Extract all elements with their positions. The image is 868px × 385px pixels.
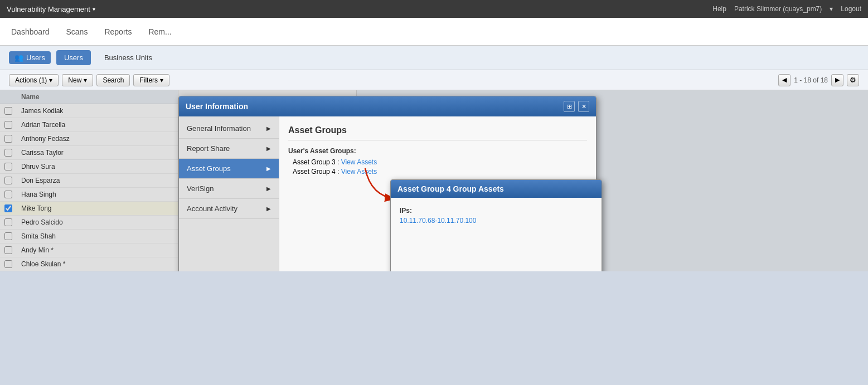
app-dropdown[interactable]: Vulnerability Management ▾ [7,5,95,13]
modal-nav: General Information ▶ Report Share ▶ Ass… [179,116,279,271]
ips-value: 10.11.70.68-10.11.70.100 [400,217,593,225]
asset-group-4-label: Asset Group 4 : [293,168,341,176]
asset-groups-nav-label: Asset Groups [187,164,231,173]
logout-link[interactable]: Logout [841,5,861,13]
chevron-down-icon: ▾ [84,76,87,84]
general-info-label: General Information [187,124,251,133]
user-menu[interactable]: Patrick Slimmer (quays_pm7) [734,5,822,13]
modal-nav-asset-groups[interactable]: Asset Groups ▶ [179,159,279,179]
modal-expand-button[interactable]: ⊞ [564,101,575,112]
new-label: New [68,76,81,84]
new-button[interactable]: New ▾ [62,74,93,86]
nav-reports[interactable]: Reports [104,25,132,38]
users-icon-button[interactable]: 👥 Users [9,51,51,64]
modal-nav-report-share[interactable]: Report Share ▶ [179,139,279,159]
verisign-label: VeriSign [187,184,214,193]
nav-rem[interactable]: Rem... [148,25,171,38]
tab-business-units[interactable]: Business Units [96,50,160,65]
pagination-text: 1 - 18 of 18 [794,76,828,84]
modal-close-button[interactable]: ✕ [578,101,589,112]
main-content: Name James Kodiak Adrian Tarcella Anthon… [0,90,868,271]
asset-group-row-3: Asset Group 3 : View Assets [288,158,587,166]
modal-nav-general-info[interactable]: General Information ▶ [179,119,279,139]
settings-button[interactable]: ⚙ [847,74,859,86]
nav-bar: Dashboard Scans Reports Rem... [0,18,868,46]
top-bar-left: Vulnerability Management ▾ [7,5,95,13]
actions-label: Actions (1) [15,76,47,84]
asset-group-row-4: Asset Group 4 : View Assets [288,168,587,176]
modal-content-title: Asset Groups [288,125,587,140]
tab-users[interactable]: Users [56,50,91,65]
arrow-icon: ▶ [266,186,271,192]
modal-nav-verisign[interactable]: VeriSign ▶ [179,179,279,199]
search-label: Search [103,76,124,84]
sub-modal-title: Asset Group 4 Group Assets [397,184,504,193]
modal-title-icons: ⊞ ✕ [564,101,589,112]
modal-nav-account-activity[interactable]: Account Activity ▶ [179,199,279,219]
chevron-down-icon: ▾ [49,76,52,84]
app-name: Vulnerability Management [7,5,90,13]
chevron-down-icon: ▾ [160,76,163,84]
prev-page-button[interactable]: ◀ [778,74,791,86]
users-section: 👥 Users Users Business Units [0,46,868,70]
toolbar: Actions (1) ▾ New ▾ Search Filters ▾ ◀ 1… [0,70,868,90]
modal-title: User Information [186,102,248,111]
asset-groups-heading: User's Asset Groups: [288,147,587,155]
filters-label: Filters [139,76,158,84]
search-button[interactable]: Search [96,74,130,86]
arrow-icon: ▶ [266,145,271,152]
arrow-icon: ▶ [266,125,271,131]
help-link[interactable]: Help [712,5,726,13]
view-assets-link-3[interactable]: View Assets [341,158,377,166]
filters-button[interactable]: Filters ▾ [133,74,169,86]
asset-group-4-modal: Asset Group 4 Group Assets IPs: 10.11.70… [390,179,602,271]
nav-dashboard[interactable]: Dashboard [11,25,50,38]
report-share-label: Report Share [187,144,230,153]
sub-modal-title-bar: Asset Group 4 Group Assets [391,180,602,198]
page-area: Actions (1) ▾ New ▾ Search Filters ▾ ◀ 1… [0,70,868,271]
sub-modal-content: IPs: 10.11.70.68-10.11.70.100 [391,198,602,271]
arrow-icon: ▶ [266,165,271,172]
modal-title-bar: User Information ⊞ ✕ [179,96,596,116]
top-bar: Vulnerability Management ▾ Help Patrick … [0,0,868,18]
asset-group-3-label: Asset Group 3 : [293,158,341,166]
users-icon: 👥 [14,53,23,62]
view-assets-link-4[interactable]: View Assets [341,168,377,176]
account-activity-label: Account Activity [187,204,237,213]
logout-icon: ▾ [830,5,833,13]
next-page-button[interactable]: ▶ [831,74,843,86]
nav-scans[interactable]: Scans [66,25,88,38]
users-label: Users [26,53,45,62]
chevron-down-icon: ▾ [93,6,95,12]
actions-button[interactable]: Actions (1) ▾ [9,74,59,86]
top-bar-right: Help Patrick Slimmer (quays_pm7) ▾ Logou… [712,5,861,13]
toolbar-right: ◀ 1 - 18 of 18 ▶ ⚙ [778,74,859,86]
ips-label: IPs: [400,207,593,215]
arrow-icon: ▶ [266,206,271,212]
